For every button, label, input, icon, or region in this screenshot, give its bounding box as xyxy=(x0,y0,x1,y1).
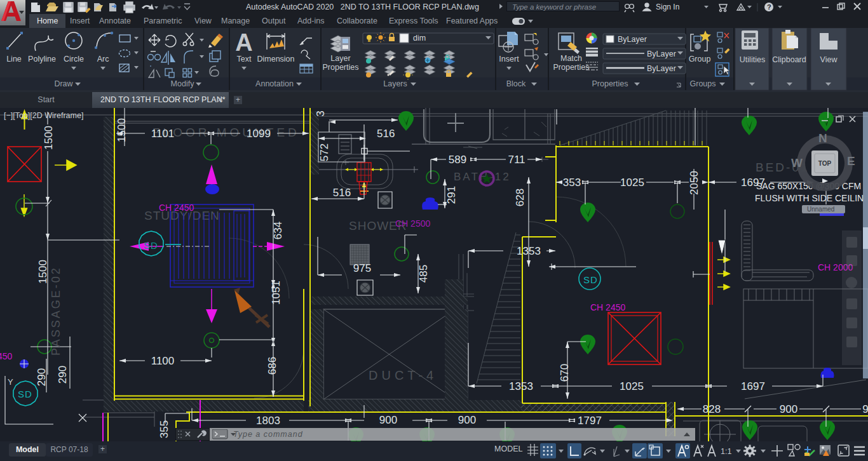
svg-text:290: 290 xyxy=(36,368,48,386)
svg-text:1797: 1797 xyxy=(578,415,602,427)
svg-text:Dimension: Dimension xyxy=(257,55,294,63)
svg-text:DUCT-4: DUCT-4 xyxy=(369,368,437,382)
svg-text:1353: 1353 xyxy=(517,245,541,257)
svg-text:Match: Match xyxy=(560,54,582,63)
svg-text:290: 290 xyxy=(57,366,69,384)
svg-text:Block: Block xyxy=(506,79,526,88)
svg-text:E: E xyxy=(847,154,855,168)
svg-text:Text: Text xyxy=(237,55,252,63)
svg-text:Insert: Insert xyxy=(499,55,519,63)
svg-text:CH 2450: CH 2450 xyxy=(590,302,625,312)
svg-text:Properties: Properties xyxy=(553,63,590,72)
svg-text:N: N xyxy=(818,131,827,145)
svg-text:Line: Line xyxy=(6,55,22,63)
svg-text:FLOOR MOUNTED: FLOOR MOUNTED xyxy=(153,126,300,139)
svg-text:1353: 1353 xyxy=(509,380,533,392)
svg-text:Sign In: Sign In xyxy=(656,3,679,11)
svg-text:1051: 1051 xyxy=(270,281,282,305)
svg-text:Circle: Circle xyxy=(64,55,84,63)
svg-text:ByLayer: ByLayer xyxy=(647,64,676,73)
svg-text:670: 670 xyxy=(559,364,571,382)
svg-text:1697: 1697 xyxy=(741,380,765,392)
svg-text:SD: SD xyxy=(144,240,158,251)
svg-text:W: W xyxy=(791,156,803,170)
svg-text:View: View xyxy=(820,55,838,64)
svg-text:Layer: Layer xyxy=(330,54,350,63)
svg-text:Groups: Groups xyxy=(690,79,716,88)
svg-text:1500: 1500 xyxy=(37,260,49,284)
svg-text:Clipboard: Clipboard xyxy=(772,55,806,64)
svg-text:Polyline: Polyline xyxy=(28,55,56,63)
svg-text:ByLayer: ByLayer xyxy=(647,50,676,58)
svg-text:1100: 1100 xyxy=(151,355,175,367)
svg-text:Unnamed: Unnamed xyxy=(807,206,834,213)
svg-text:355: 355 xyxy=(158,420,170,438)
svg-text:634: 634 xyxy=(272,222,284,239)
svg-text:Draw: Draw xyxy=(54,79,73,88)
svg-text:353: 353 xyxy=(563,177,581,189)
svg-text:SD: SD xyxy=(583,274,598,285)
svg-text:450: 450 xyxy=(0,351,13,361)
svg-text:dim: dim xyxy=(413,34,426,43)
svg-text:FLUSH WITH SIDE CEILIN: FLUSH WITH SIDE CEILIN xyxy=(755,193,864,203)
svg-text:900: 900 xyxy=(379,414,397,426)
svg-text:TOP: TOP xyxy=(818,160,832,167)
svg-text:CH 2450: CH 2450 xyxy=(159,203,194,213)
svg-text:A: A xyxy=(235,29,252,56)
svg-text:Layers: Layers xyxy=(383,79,407,88)
svg-text:9: 9 xyxy=(862,403,868,415)
svg-text:485: 485 xyxy=(417,265,430,283)
svg-text:[−][Top][2D Wireframe]: [−][Top][2D Wireframe] xyxy=(4,111,83,120)
svg-text:686: 686 xyxy=(266,357,278,375)
svg-text:1025: 1025 xyxy=(620,177,644,189)
svg-text:2050: 2050 xyxy=(688,171,700,195)
svg-text:1101: 1101 xyxy=(151,128,175,140)
svg-text:572: 572 xyxy=(318,144,330,161)
svg-text:ByLayer: ByLayer xyxy=(618,35,647,44)
svg-text:516: 516 xyxy=(377,128,395,140)
svg-text:1099: 1099 xyxy=(247,128,271,140)
svg-text:516: 516 xyxy=(333,187,351,199)
svg-text:PASSAGE-02: PASSAGE-02 xyxy=(50,266,62,356)
svg-text:628: 628 xyxy=(514,189,526,206)
svg-text:291: 291 xyxy=(445,186,458,204)
svg-text:CH 2500: CH 2500 xyxy=(395,218,430,229)
svg-text:711: 711 xyxy=(508,154,525,166)
svg-text:589: 589 xyxy=(449,154,466,166)
svg-text:1025: 1025 xyxy=(620,380,644,392)
svg-text:Modify: Modify xyxy=(171,79,195,88)
svg-text:Group: Group xyxy=(689,55,711,63)
svg-text:900: 900 xyxy=(780,403,797,415)
svg-text:Properties: Properties xyxy=(592,79,628,88)
svg-text:1500: 1500 xyxy=(116,118,128,142)
svg-text:Utilities: Utilities xyxy=(740,55,765,64)
svg-text:1:1: 1:1 xyxy=(721,447,731,456)
svg-text:900: 900 xyxy=(458,414,476,426)
svg-text:1500: 1500 xyxy=(43,126,55,150)
svg-text:828: 828 xyxy=(703,403,721,415)
svg-text:Annotation: Annotation xyxy=(255,79,294,88)
svg-text:3: 3 xyxy=(315,110,327,116)
svg-text:Y: Y xyxy=(8,377,13,387)
svg-text:975: 975 xyxy=(353,262,371,274)
svg-text:Arc: Arc xyxy=(97,55,109,63)
svg-text:1803: 1803 xyxy=(256,415,280,427)
svg-text:SD: SD xyxy=(18,389,32,399)
svg-text:?: ? xyxy=(767,3,771,11)
svg-text:Properties: Properties xyxy=(323,63,359,72)
